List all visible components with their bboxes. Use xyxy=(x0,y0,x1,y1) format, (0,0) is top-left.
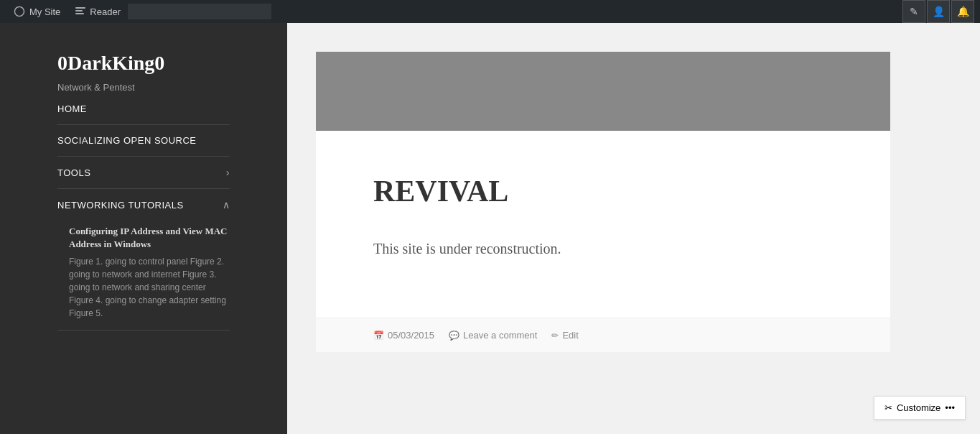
svg-rect-2 xyxy=(75,13,84,14)
svg-rect-1 xyxy=(75,10,83,11)
nav-link-networking[interactable]: Networking Tutorials ∧ xyxy=(57,189,230,221)
customize-dots: ••• xyxy=(945,402,955,413)
admin-bar: My Site Reader ✎ 👤 🔔 xyxy=(0,0,980,23)
post-title: REVIVAL xyxy=(373,174,833,208)
edit-post-link[interactable]: ✏ Edit xyxy=(551,330,578,341)
customize-icon: ✂ xyxy=(885,402,892,413)
main-content: REVIVAL This site is under reconstructio… xyxy=(287,23,980,434)
tools-toggle-icon[interactable]: › xyxy=(226,167,230,178)
nav-link-socializing[interactable]: Socializing Open Source xyxy=(57,125,230,156)
nav-item-networking: Networking Tutorials ∧ Configuring IP Ad… xyxy=(57,189,230,331)
site-tagline: Network & Pentest xyxy=(57,82,135,93)
networking-toggle-icon[interactable]: ∧ xyxy=(223,199,230,211)
comment-label: Leave a comment xyxy=(463,330,537,341)
reader-label: Reader xyxy=(90,6,121,17)
admin-bar-right: ✎ 👤 🔔 xyxy=(902,0,974,23)
nav-home-label: HOME xyxy=(57,103,87,114)
site-title[interactable]: 0DarkKing0 xyxy=(57,52,287,75)
customize-button[interactable]: ✂ Customize ••• xyxy=(874,396,966,420)
nav-networking-label: Networking Tutorials xyxy=(57,200,184,211)
my-site-label: My Site xyxy=(29,6,60,17)
bell-icon: 🔔 xyxy=(957,6,969,17)
nav-item-tools: Tools › xyxy=(57,157,230,189)
sidebar-nav: HOME Socializing Open Source Tools › xyxy=(57,93,287,331)
nav-item-home: HOME xyxy=(57,93,230,125)
calendar-icon: 📅 xyxy=(373,331,384,341)
comment-icon: 💬 xyxy=(449,331,459,341)
sidebar: 0DarkKing0 Network & Pentest HOME Social… xyxy=(0,23,287,434)
post-header-image xyxy=(316,52,890,131)
notifications-button[interactable]: 🔔 xyxy=(951,0,974,23)
post-body: REVIVAL This site is under reconstructio… xyxy=(316,131,890,318)
edit-label: Edit xyxy=(562,330,578,341)
post-content: This site is under reconstruction. xyxy=(373,237,833,289)
nav-menu: HOME Socializing Open Source Tools › xyxy=(57,93,230,331)
nav-socializing-label: Socializing Open Source xyxy=(57,135,197,146)
my-site-link[interactable]: My Site xyxy=(6,0,67,23)
user-icon: 👤 xyxy=(933,6,945,17)
nav-subitem-excerpt: Figure 1. going to control panel Figure … xyxy=(69,255,230,320)
customize-label: Customize xyxy=(897,402,941,413)
nav-sublink-configuring-ip[interactable]: Configuring IP Address and View MAC Addr… xyxy=(69,225,230,251)
post-footer: 📅 05/03/2015 💬 Leave a comment ✏ Edit xyxy=(316,318,890,352)
post-date-value: 05/03/2015 xyxy=(388,330,434,341)
nav-item-socializing: Socializing Open Source xyxy=(57,125,230,157)
nav-tools-label: Tools xyxy=(57,167,90,178)
edit-icon: ✎ xyxy=(910,6,918,17)
edit-button[interactable]: ✎ xyxy=(902,0,925,23)
user-button[interactable]: 👤 xyxy=(927,0,950,23)
admin-search-input[interactable] xyxy=(128,4,271,19)
nav-subitem-configuring-ip: Configuring IP Address and View MAC Addr… xyxy=(69,221,230,324)
post-date: 📅 05/03/2015 xyxy=(373,330,434,341)
leave-comment-link[interactable]: 💬 Leave a comment xyxy=(449,330,537,341)
nav-link-home[interactable]: HOME xyxy=(57,93,230,124)
networking-submenu: Configuring IP Address and View MAC Addr… xyxy=(57,221,230,330)
post-card: REVIVAL This site is under reconstructio… xyxy=(316,52,890,352)
edit-post-icon: ✏ xyxy=(551,331,559,341)
admin-bar-left: My Site Reader xyxy=(6,0,902,23)
page-wrapper: 0DarkKing0 Network & Pentest HOME Social… xyxy=(0,23,980,434)
svg-rect-0 xyxy=(75,7,85,9)
reader-link[interactable]: Reader xyxy=(67,0,128,23)
nav-link-tools[interactable]: Tools › xyxy=(57,157,230,188)
